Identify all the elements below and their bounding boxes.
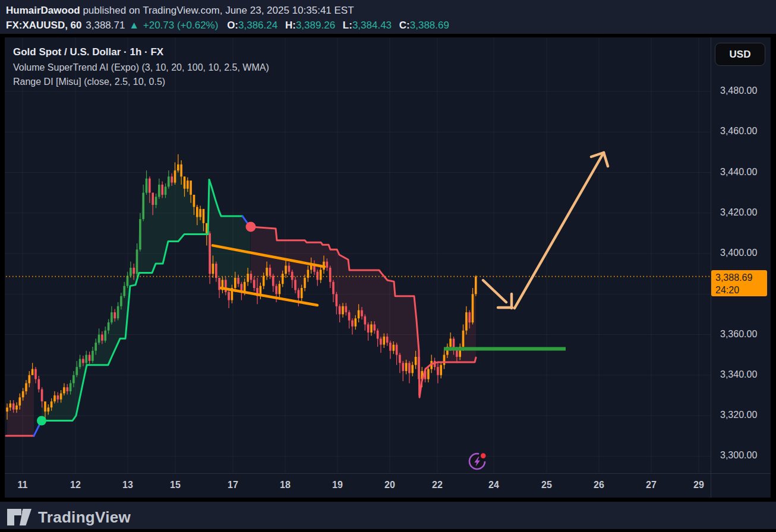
- time-tick: 19: [327, 480, 348, 490]
- frame-right: [771, 34, 776, 502]
- time-tick: 11: [12, 480, 33, 490]
- price-tick: 3,320.00: [720, 410, 770, 420]
- logo-glyph-1: [7, 509, 21, 525]
- price-tick: 3,300.00: [720, 450, 770, 461]
- chart-title[interactable]: Gold Spot / U.S. Dollar · 1h · FX: [13, 46, 269, 58]
- price-tick: 3,480.00: [720, 86, 770, 96]
- chart-legend: Gold Spot / U.S. Dollar · 1h · FX Volume…: [13, 46, 269, 91]
- time-tick: 26: [589, 480, 609, 490]
- time-tick: 27: [641, 480, 661, 490]
- tradingview-wordmark[interactable]: TradingView: [38, 508, 131, 527]
- frame-bottom: [0, 498, 776, 502]
- arrow-drawing-layer: [483, 153, 608, 308]
- tradingview-logo-icon[interactable]: [6, 506, 33, 528]
- time-tick: 29: [689, 480, 709, 490]
- time-tick: 18: [275, 480, 295, 490]
- price-tick: 3,420.00: [720, 207, 770, 218]
- grid-layer: [5, 37, 711, 473]
- price-tick: 3,440.00: [720, 167, 770, 178]
- price-tick: 3,340.00: [720, 369, 770, 380]
- time-tick: 17: [223, 480, 243, 490]
- price-tick: 3,400.00: [720, 248, 770, 258]
- frame-top: [0, 34, 776, 37]
- time-tick: 20: [380, 480, 400, 490]
- last-price-value: 3,388.69: [715, 271, 767, 284]
- price-tick: 3,460.00: [720, 126, 770, 137]
- currency-toggle-button[interactable]: USD: [715, 43, 765, 66]
- indicator-range-di[interactable]: Range DI [Misu] (close, 2.5, 10, 0.5): [13, 77, 269, 87]
- time-tick: 15: [165, 480, 185, 490]
- indicator-supertrend[interactable]: Volume SuperTrend AI (Expo) (3, 10, 20, …: [13, 62, 269, 73]
- page-bottom-edge: [0, 529, 776, 532]
- time-tick: 22: [427, 480, 447, 490]
- time-tick: 24: [484, 480, 504, 490]
- last-price-axis-label: 3,388.69 24:20: [711, 270, 767, 296]
- time-axis-separator[interactable]: [5, 473, 771, 474]
- price-tick: 3,360.00: [720, 329, 770, 340]
- time-tick: 13: [118, 480, 138, 490]
- flash-ideas-icon[interactable]: [467, 451, 487, 471]
- tradingview-published-chart: HumairDawood published on TradingView.co…: [0, 0, 776, 532]
- time-tick: 25: [537, 480, 557, 490]
- time-tick: 12: [65, 480, 86, 490]
- bar-countdown: 24:20: [715, 284, 767, 296]
- frame-left: [0, 34, 5, 502]
- notification-dot: [480, 453, 486, 459]
- price-axis-separator[interactable]: [711, 37, 711, 498]
